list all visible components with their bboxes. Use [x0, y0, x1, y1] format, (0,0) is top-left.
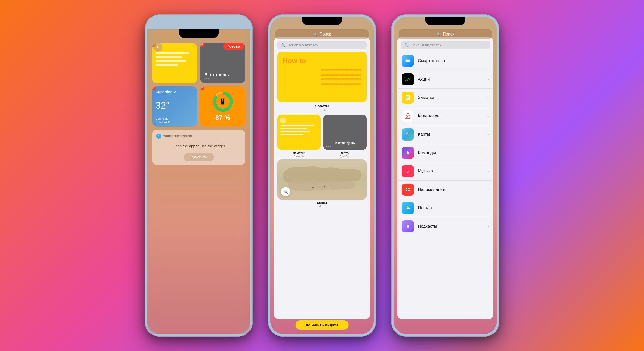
search-icon-3-picker: 🔍 — [404, 43, 409, 47]
weather-icon — [402, 202, 414, 214]
calendar-icon: ВТ 23 — [402, 110, 414, 122]
notes-line-2 — [156, 56, 182, 58]
map-label-ru: Карты — [277, 201, 367, 205]
notes-small-label: Заметки — [277, 151, 321, 155]
battery-widget[interactable]: − 📱 87 % — [200, 86, 245, 127]
notes-small-lines — [280, 125, 318, 147]
phone-2-notch — [302, 17, 342, 25]
sd-1 — [326, 146, 327, 147]
svg-rect-2 — [406, 60, 410, 62]
telegram-widget[interactable]: ✈ WIDGETEXTENSION Open the app to use th… — [152, 130, 245, 165]
music-svg: ♪ — [404, 168, 411, 175]
list-item[interactable]: Команды › — [398, 144, 492, 162]
weather-widget[interactable]: − Cupertino ↗ 32° Солнечно H:31° L:14° — [152, 86, 197, 127]
this-day-title: В этот день — [204, 72, 241, 77]
list-item[interactable]: Акции › — [398, 70, 492, 89]
smartstack-icon — [402, 55, 414, 67]
map-label-area: Карты Maps — [277, 201, 367, 208]
list-item[interactable]: Подкасты › — [398, 217, 492, 235]
photo-small-wrap: В этот день Фото Для Вас — [323, 115, 367, 158]
photo-small-widget[interactable]: В этот день — [323, 115, 367, 150]
tips-label-ru: Советы — [277, 104, 367, 108]
chevron-icon: › — [488, 187, 489, 192]
modify-button[interactable]: Изменить — [184, 153, 214, 161]
maps-svg — [404, 131, 411, 138]
list-item[interactable]: Погода › — [398, 199, 492, 217]
chevron-icon: › — [488, 151, 489, 155]
smartstack-svg — [404, 57, 411, 64]
done-button[interactable]: Готово — [223, 43, 244, 50]
battery-remove-btn[interactable]: − — [200, 86, 204, 90]
calendar-date: 23 — [405, 115, 411, 120]
this-day-remove-btn[interactable]: − — [200, 43, 204, 47]
this-day-small-title: В этот день — [326, 141, 364, 145]
svg-point-16 — [407, 225, 409, 227]
phone-2-screen: 🔍 Поиск 🔍 Поиск в виджетах How to — [270, 17, 374, 334]
phone-1-bg: + Готово 🔍 Поиск − — [147, 29, 250, 334]
app-name-maps: Карты — [418, 132, 430, 137]
snl-2 — [280, 128, 307, 129]
notes-line-3 — [156, 60, 186, 62]
podcasts-svg — [404, 223, 411, 230]
stocks-icon — [402, 73, 414, 85]
phone-1-notch — [179, 29, 219, 38]
telegram-header: ✈ WIDGETEXTENSION — [156, 134, 241, 139]
svg-rect-3 — [405, 62, 410, 62]
add-widget-btn[interactable]: Добавить виджет — [296, 320, 349, 330]
picker-3-search-text: Поиск в виджетах — [411, 43, 441, 47]
app-name-calendar: Календарь — [418, 114, 439, 119]
list-item[interactable]: Смарт-стопка › — [398, 52, 492, 70]
phone-3-search-bar[interactable]: 🔍 Поиск — [399, 29, 492, 39]
svg-rect-12 — [408, 188, 410, 189]
battery-progress — [213, 92, 233, 112]
picker-search-text: Поиск в виджетах — [287, 43, 318, 47]
battery-circle: 📱 — [213, 92, 233, 112]
telegram-icon: ✈ — [156, 134, 161, 139]
svg-point-9 — [407, 133, 408, 134]
map-label-en: Maps — [277, 205, 367, 208]
notes-svg — [404, 94, 411, 101]
tips-dashes — [321, 69, 361, 85]
list-item[interactable]: Заметки › — [398, 89, 492, 107]
phone-1: + Готово 🔍 Поиск − — [145, 14, 253, 337]
podcasts-icon — [402, 220, 414, 232]
weather-temp: 32° — [156, 100, 194, 111]
phone-3: 🔍 Поиск 🔍 Поиск в виджетах — [391, 14, 499, 337]
chevron-icon: › — [488, 114, 489, 118]
snl-3 — [280, 131, 310, 132]
maps-icon — [402, 128, 414, 141]
phone-1-screen: + Готово 🔍 Поиск − — [147, 17, 250, 334]
photo-small-label: Фото — [323, 151, 367, 155]
dot-2 — [206, 78, 207, 79]
chevron-icon: › — [488, 59, 489, 63]
reminders-svg — [404, 186, 411, 193]
search-text-2: Поиск — [319, 32, 331, 37]
add-widget-button[interactable]: + — [153, 43, 162, 52]
list-item[interactable]: Напоминания › — [398, 181, 492, 199]
app-list: Смарт-стопка › Акции › — [397, 52, 493, 319]
phone-3-picker-search[interactable]: 🔍 Поиск в виджетах — [401, 41, 490, 49]
dot-3 — [208, 78, 209, 79]
map-svg: А З И Я — [277, 159, 367, 200]
list-item[interactable]: Карты › — [398, 125, 492, 144]
map-search-btn[interactable]: 🔍 — [281, 187, 290, 196]
list-item[interactable]: ♪ Музыка › — [398, 162, 492, 181]
tips-dash-2 — [321, 74, 361, 76]
phone-2-search-bar[interactable]: 🔍 Поиск — [275, 29, 369, 39]
app-name-weather: Погода — [418, 205, 432, 210]
widget-picker-search[interactable]: 🔍 Поиск в виджетах — [277, 41, 367, 49]
chevron-icon: › — [488, 206, 489, 210]
tips-label-en: Tips — [277, 108, 367, 112]
widget-picker: 🔍 Поиск в виджетах How to Советы Tip — [274, 37, 370, 319]
notes-small-widget[interactable] — [277, 115, 321, 150]
widget-grid: − − В этот день — [152, 43, 245, 127]
notes-small-wrap: Заметки Заметка — [277, 115, 321, 158]
tips-widget-large[interactable]: How to — [277, 52, 367, 102]
shortcuts-svg — [404, 149, 411, 156]
tips-dash-3 — [321, 78, 361, 80]
weather-city: Cupertino ↗ — [156, 90, 194, 94]
list-item[interactable]: ВТ 23 Календарь › — [398, 107, 492, 125]
snl-4 — [280, 134, 303, 135]
map-widget[interactable]: А З И Я 🔍 — [277, 159, 367, 200]
music-icon: ♪ — [402, 165, 414, 177]
